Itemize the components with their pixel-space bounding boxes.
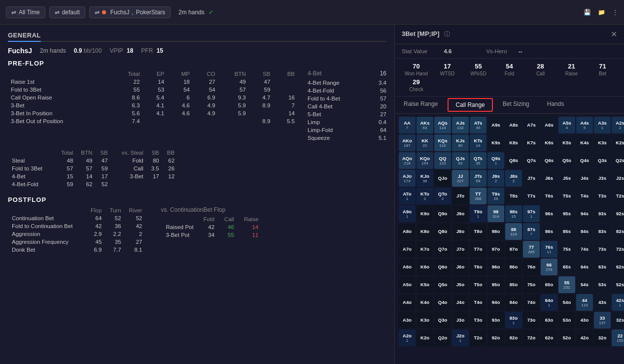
hand-cell[interactable]: TT286	[470, 188, 486, 204]
hand-cell[interactable]: K5s	[558, 134, 575, 151]
hand-cell[interactable]: J9s2	[487, 170, 504, 187]
hand-cell[interactable]: 64o1	[541, 294, 557, 311]
hand-cell[interactable]: 86s	[541, 223, 557, 240]
hand-cell[interactable]: Q4o	[434, 294, 451, 311]
hand-cell[interactable]: AKs63	[416, 117, 433, 133]
hand-cell[interactable]: 64s	[576, 259, 593, 275]
hand-cell[interactable]: 98s15	[505, 205, 522, 222]
hand-cell[interactable]: 52o	[558, 330, 575, 346]
hand-cell[interactable]: 33137	[594, 312, 611, 329]
hand-cell[interactable]: T3o	[470, 312, 486, 329]
hand-cell[interactable]: 87o	[505, 241, 522, 258]
hand-cell[interactable]: K5o	[416, 276, 433, 293]
hand-cell[interactable]: AJo174	[399, 170, 416, 187]
hand-cell[interactable]: 73o	[523, 312, 540, 329]
hand-cell[interactable]: AJs132	[452, 117, 469, 133]
hand-cell[interactable]: KQs110	[434, 134, 451, 151]
hand-cell[interactable]: 84o	[505, 294, 522, 311]
hand-cell[interactable]: Q5s	[558, 152, 575, 169]
hand-cell[interactable]: A6s	[541, 117, 557, 133]
hand-cell[interactable]: 92o	[487, 330, 504, 346]
hand-cell[interactable]: T5s	[558, 188, 575, 204]
hand-cell[interactable]: J7s	[523, 170, 540, 187]
hand-cell[interactable]: J4s	[576, 170, 593, 187]
hand-cell[interactable]: 92s	[612, 205, 624, 222]
hand-cell[interactable]: 72s	[612, 241, 624, 258]
hand-cell[interactable]: 22155	[612, 330, 624, 346]
hand-cell[interactable]: 75o	[523, 276, 540, 293]
hand-cell[interactable]: 82s	[612, 223, 624, 240]
hand-cell[interactable]: QJo	[434, 170, 451, 187]
hand-cell[interactable]: JTo	[452, 188, 469, 204]
hand-cell[interactable]: 77285	[523, 241, 540, 258]
hand-cell[interactable]: T4s	[576, 188, 593, 204]
hand-cell[interactable]: J9o	[452, 205, 469, 222]
hand-cell[interactable]: JTs69	[470, 170, 486, 187]
hand-cell[interactable]: 82o	[505, 330, 522, 346]
hand-cell[interactable]: 86o	[505, 259, 522, 275]
hand-cell[interactable]: A2s2	[612, 117, 624, 133]
hand-cell[interactable]: J8s2	[505, 170, 522, 187]
general-tab[interactable]: GENERAL	[8, 30, 41, 42]
hand-cell[interactable]: T2s	[612, 188, 624, 204]
hand-cell[interactable]: A6o	[399, 259, 416, 275]
hand-cell[interactable]: 62o	[541, 330, 557, 346]
hand-cell[interactable]: 43o	[576, 312, 593, 329]
hand-cell[interactable]: J6o	[452, 259, 469, 275]
hand-cell[interactable]: J3s	[594, 170, 611, 187]
hand-cell[interactable]: K8s	[505, 134, 522, 151]
player-button[interactable]: ⇌ FuchsJ, PokerStars	[89, 6, 171, 18]
hand-cell[interactable]: JJ227	[452, 170, 469, 187]
hand-cell[interactable]: K3o	[416, 312, 433, 329]
hand-cell[interactable]: A5s4	[558, 117, 575, 133]
hand-cell[interactable]: 75s	[558, 241, 575, 258]
hand-cell[interactable]: Q9s1	[487, 152, 504, 169]
hand-cell[interactable]: 99314	[487, 205, 504, 222]
hand-cell[interactable]: A4o	[399, 294, 416, 311]
hand-cell[interactable]: A8o	[399, 223, 416, 240]
hand-cell[interactable]: J8o	[452, 223, 469, 240]
hand-cell[interactable]: 44110	[576, 294, 593, 311]
hand-cell[interactable]: K2o	[416, 330, 433, 346]
hand-cell[interactable]: K9s	[487, 134, 504, 151]
hand-cell[interactable]: T6s	[541, 188, 557, 204]
hand-cell[interactable]: 54s	[576, 276, 593, 293]
hand-cell[interactable]: 94o	[487, 294, 504, 311]
hand-cell[interactable]: 74s	[576, 241, 593, 258]
hand-cell[interactable]: 63s	[594, 259, 611, 275]
hand-cell[interactable]: J2o1	[452, 330, 469, 346]
hand-cell[interactable]: A3s1	[594, 117, 611, 133]
hand-cell[interactable]: 76s11	[541, 241, 557, 258]
hand-cell[interactable]: AKo187	[399, 134, 416, 151]
hand-cell[interactable]: K2s	[612, 134, 624, 151]
hand-cell[interactable]: AA7	[399, 117, 416, 133]
hand-cell[interactable]: QQ123	[434, 152, 451, 169]
hand-cell[interactable]: KTo2	[416, 188, 433, 204]
hand-cell[interactable]: K6s	[541, 134, 557, 151]
hand-cell[interactable]: 72o	[523, 330, 540, 346]
hand-cell[interactable]: 95s	[558, 205, 575, 222]
hand-cell[interactable]: AQo218	[399, 152, 416, 169]
close-button[interactable]: ✕	[611, 30, 617, 39]
hand-cell[interactable]: A7o	[399, 241, 416, 258]
more-icon[interactable]: ⋮	[612, 9, 618, 16]
hand-cell[interactable]: 65s	[558, 259, 575, 275]
hand-cell[interactable]: T9s29	[487, 188, 504, 204]
tab-hands[interactable]: Hands	[538, 97, 573, 113]
hand-cell[interactable]: T8o	[470, 223, 486, 240]
hand-cell[interactable]: 65o	[541, 276, 557, 293]
hand-cell[interactable]: Q7o	[434, 241, 451, 258]
hand-cell[interactable]: Q8o	[434, 223, 451, 240]
hand-cell[interactable]: KJs80	[452, 134, 469, 151]
hand-cell[interactable]: 97o	[487, 241, 504, 258]
hand-cell[interactable]: 66276	[541, 259, 557, 275]
hand-cell[interactable]: J7o	[452, 241, 469, 258]
hand-cell[interactable]: K3s	[594, 134, 611, 151]
hand-cell[interactable]: Q9o	[434, 205, 451, 222]
hand-cell[interactable]: J3o	[452, 312, 469, 329]
hand-cell[interactable]: 62s	[612, 259, 624, 275]
hand-cell[interactable]: A7s	[523, 117, 540, 133]
hand-cell[interactable]: T9o1	[470, 205, 486, 222]
hand-cell[interactable]: QJs63	[452, 152, 469, 169]
hand-cell[interactable]: 93s	[594, 205, 611, 222]
